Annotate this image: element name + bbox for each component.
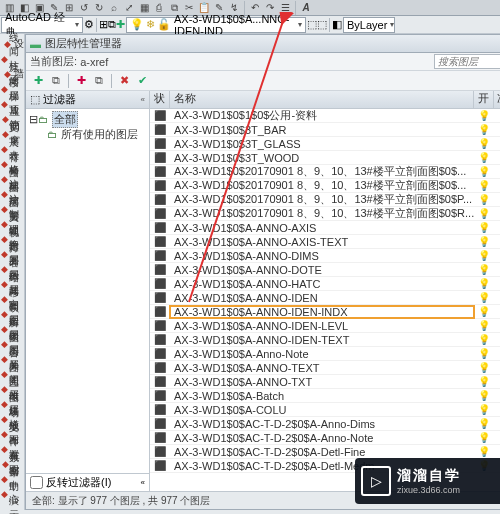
layer-row[interactable]: ⬛AX-3-WD1$0$A-ANNO-TEXT💡☀🔓 <box>150 361 500 375</box>
layer-row[interactable]: ⬛AX-3-WD1$0$1$0$公用-资料💡☀🔓 <box>150 109 500 123</box>
filter-pane: ⬚过滤器« ⊟🗀全部 🗀所有使用的图层 反转过滤器(I) « <box>26 91 150 491</box>
tool-icon[interactable]: ⊞ <box>99 18 108 31</box>
panel-title: ▬ 图层特性管理器 × <box>26 35 500 53</box>
watermark: ▷ 溜溜自学 zixue.3d66.com <box>355 458 500 504</box>
invert-filter-checkbox[interactable] <box>30 476 43 489</box>
play-icon: ▷ <box>361 466 391 496</box>
layer-row[interactable]: ⬛AX-3-WD1$0$20170901 8、9、10、13#楼平立剖面图$0$… <box>150 207 500 221</box>
layer-row[interactable]: ⬛AX-3-WD1$0$AC-T-D-2$0$A-Anno-Note💡☀🔓 <box>150 431 500 445</box>
layer-row[interactable]: ⬛AX-3-WD1$0$20170901 8、9、10、13#楼平立剖面图$0$… <box>150 193 500 207</box>
layer-combo[interactable]: 💡 ❄ 🔓 AX-3-WD1$0$A...NNO-IDEN-IND▾ <box>126 17 306 33</box>
invert-filter-row[interactable]: 反转过滤器(I) « <box>26 473 149 491</box>
tool-icon[interactable]: ⧉ <box>48 73 64 89</box>
current-layer-row: 当前图层: a-xref 🔍 <box>26 53 500 71</box>
layer-list: 状 名称 开 冻结 锁... ⬛AX-3-WD1$0$1$0$公用-资料💡☀🔓⬛… <box>150 91 500 491</box>
tool-icon[interactable]: ⧉ <box>91 73 107 89</box>
left-tool-item[interactable]: ◆帮助演示 <box>0 486 24 501</box>
tool-icon[interactable]: ⚙ <box>84 18 94 31</box>
panel-icon: ▬ <box>30 38 41 50</box>
search-input[interactable] <box>434 54 500 69</box>
layer-row[interactable]: ⬛AX-3-WD1$0$AC-T-D-2$0$A-Anno-Dims💡☀🔓 <box>150 417 500 431</box>
delete-layer-icon[interactable]: ✖ <box>116 73 132 89</box>
qat-icon[interactable]: ↺ <box>77 1 91 15</box>
layer-row[interactable]: ⬛AX-3-WD1$0$A-Anno-Note💡☀🔓 <box>150 347 500 361</box>
layer-row[interactable]: ⬛AX-3-WD1$0$A-ANNO-DOTE💡☀🔓 <box>150 263 500 277</box>
layer-row[interactable]: ⬛AX-3-WD1$0$20170901 8、9、10、13#楼平立剖面图$0$… <box>150 179 500 193</box>
filter-header[interactable]: ⬚过滤器« <box>26 91 149 109</box>
layer-row[interactable]: ⬛AX-3-WD1$0$A-ANNO-IDEN-TEXT💡☀🔓 <box>150 333 500 347</box>
layer-row[interactable]: ⬛AX-3-WD1$0$A-COLU💡☀🔓 <box>150 403 500 417</box>
qat-icon[interactable]: ↻ <box>92 1 106 15</box>
tool-icon[interactable]: ⬚ <box>317 18 327 31</box>
layer-row[interactable]: ⬛AX-3-WD1$0$A-Batch💡☀🔓 <box>150 389 500 403</box>
layer-row[interactable]: ⬛AX-3-WD1$0$A-ANNO-HATC💡☀🔓 <box>150 277 500 291</box>
list-header[interactable]: 状 名称 开 冻结 锁... <box>150 91 500 109</box>
layer-row[interactable]: ⬛AX-3-WD1$0$3T_GLASS💡☀🔓 <box>150 137 500 151</box>
layer-properties-icon[interactable]: ✚ <box>116 18 125 31</box>
filter-node-used[interactable]: 🗀所有使用的图层 <box>29 127 146 142</box>
left-toolbar: ◆设◆线闻柱子◆墙◆原闻层顶◆楼梯其他◆立面◆门窗◆文字表格◆尺寸标注◆符号标注… <box>0 34 25 510</box>
layer-row[interactable]: ⬛AX-3-WD1$0$3T_WOOD💡☀🔓 <box>150 151 500 165</box>
bold-icon[interactable]: A <box>299 1 313 15</box>
panel-toolbar: ✚ ⧉ ✚ ⧉ ✖ ✔ ⚙ ↻ <box>26 71 500 91</box>
qat-icon[interactable]: ▦ <box>137 1 151 15</box>
tool-icon[interactable]: ⧉ <box>108 18 116 31</box>
layer-row[interactable]: ⬛AX-3-WD1$0$A-ANNO-AXIS-TEXT💡☀🔓 <box>150 235 500 249</box>
color-icon[interactable]: ◧ <box>332 18 342 31</box>
qat-icon[interactable]: ⌕ <box>107 1 121 15</box>
layer-row[interactable]: ⬛AX-3-WD1$0$A-ANNO-IDEN-LEVL💡☀🔓 <box>150 319 500 333</box>
layer-row[interactable]: ⬛AX-3-WD1$0$A-ANNO-IDEN-INDX💡☀🔓 <box>150 305 500 319</box>
set-current-icon[interactable]: ✔ <box>134 73 150 89</box>
layer-row[interactable]: ⬛AX-3-WD1$0$20170901 8、9、10、13#楼平立剖面图$0$… <box>150 165 500 179</box>
new-layer-icon[interactable]: ✚ <box>30 73 46 89</box>
layer-row[interactable]: ⬛AX-3-WD1$0$A-ANNO-DIMS💡☀🔓 <box>150 249 500 263</box>
filter-node-all[interactable]: ⊟🗀全部 <box>29 112 146 127</box>
bulb-icon: 💡 <box>130 18 144 31</box>
layer-row[interactable]: ⬛AX-3-WD1$0$A-ANNO-TXT💡☀🔓 <box>150 375 500 389</box>
layer-row[interactable]: ⬛AX-3-WD1$0$A-ANNO-IDEN💡☀🔓 <box>150 291 500 305</box>
tool-icon[interactable]: ⬚ <box>307 18 317 31</box>
layer-manager-panel: ▬ 图层特性管理器 × 当前图层: a-xref 🔍 ✚ ⧉ ✚ ⧉ ✖ ✔ ⚙… <box>25 34 500 510</box>
layer-row[interactable]: ⬛AX-3-WD1$0$AC-T-D-2$0$A-Detl-Fine💡☀🔓 <box>150 445 500 459</box>
bylayer-combo[interactable]: ByLayer▾ <box>343 17 395 33</box>
qat-icon[interactable]: ⎙ <box>152 1 166 15</box>
layer-row[interactable]: ⬛AX-3-WD1$0$A-ANNO-AXIS💡☀🔓 <box>150 221 500 235</box>
qat-icon[interactable]: ⤢ <box>122 1 136 15</box>
new-group-icon[interactable]: ✚ <box>73 73 89 89</box>
layer-toolbar: AutoCAD 经典▾ ⚙ ⊞ ⧉ ✚ 💡 ❄ 🔓 AX-3-WD1$0$A..… <box>0 16 500 34</box>
layer-row[interactable]: ⬛AX-3-WD1$0$3T_BAR💡☀🔓 <box>150 123 500 137</box>
